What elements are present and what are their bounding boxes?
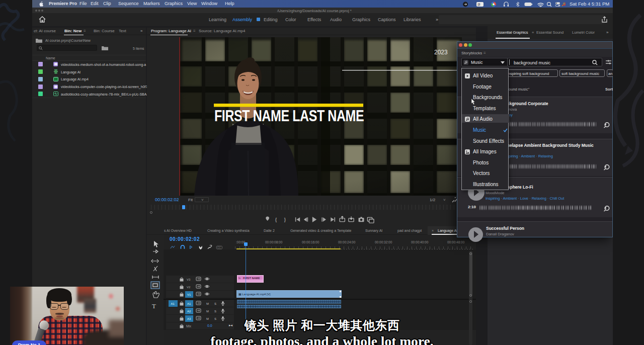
- svg-text:V3: V3: [187, 278, 191, 281]
- svg-text:S: S: [214, 310, 216, 313]
- svg-text:{: {: [275, 217, 277, 222]
- svg-text:CC: CC: [217, 246, 221, 249]
- svg-text:A1: A1: [171, 302, 175, 305]
- svg-text:FIRST NAME LAST NAME: FIRST NAME LAST NAME: [214, 108, 364, 125]
- svg-text:拼: 拼: [477, 3, 480, 6]
- svg-text:}: }: [284, 217, 286, 222]
- svg-text:S: S: [214, 302, 216, 305]
- svg-text:2023: 2023: [434, 49, 448, 56]
- svg-text:A1: A1: [187, 302, 191, 305]
- svg-text:V1: V1: [187, 293, 191, 296]
- svg-text:V2: V2: [187, 286, 191, 289]
- svg-text:A2: A2: [187, 310, 191, 313]
- svg-text:T: T: [152, 302, 156, 310]
- svg-text:M: M: [206, 310, 209, 313]
- svg-text:M: M: [206, 302, 209, 305]
